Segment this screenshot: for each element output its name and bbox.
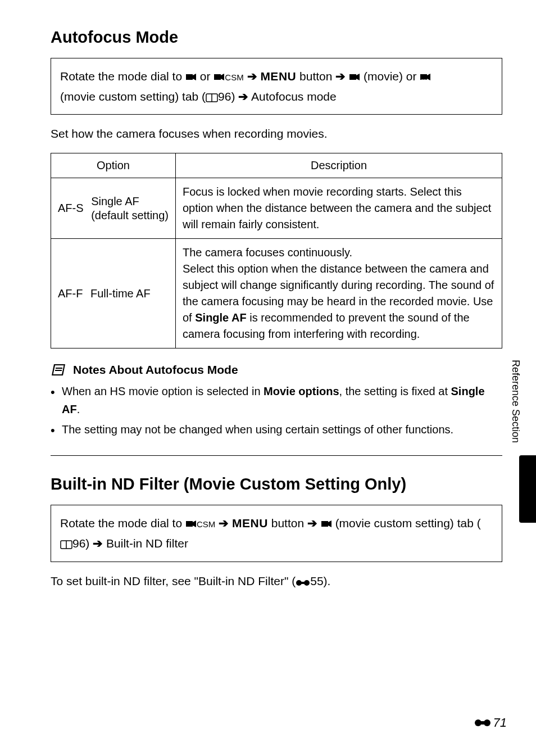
svg-rect-23: [299, 582, 307, 584]
description-cell: Focus is locked when movie recording sta…: [175, 178, 502, 239]
arrow-icon: ➔: [93, 537, 103, 550]
section-title-ndfilter: Built-in ND Filter (Movie Custom Setting…: [51, 475, 502, 494]
note-icon: [51, 363, 66, 377]
notes-heading: Notes About Autofocus Mode: [51, 363, 502, 377]
nav-text: Built-in ND filter: [106, 537, 188, 550]
arrow-icon: ➔: [335, 70, 349, 83]
svg-rect-4: [349, 74, 356, 80]
arrow-icon: ➔: [247, 70, 261, 83]
nav-text: or: [200, 70, 214, 83]
section-divider: [51, 455, 502, 456]
movie-icon: [185, 72, 197, 82]
svg-rect-15: [186, 521, 193, 527]
note-text: When an HS movie option is selected in: [62, 385, 264, 397]
notes-list: When an HS movie option is selected in M…: [51, 382, 502, 438]
page-number-text: 71: [493, 716, 507, 730]
side-tab: [519, 455, 536, 523]
desc-bold: Single AF: [195, 311, 246, 324]
description-cell: The camera focuses continuously. Select …: [175, 239, 502, 348]
movie-icon: [349, 72, 360, 82]
arrow-icon: ➔: [238, 90, 248, 103]
option-label: Full-time AF: [90, 287, 151, 301]
note-text: , the setting is fixed at: [339, 385, 451, 397]
svg-marker-3: [221, 74, 224, 80]
notes-title: Notes About Autofocus Mode: [73, 363, 238, 377]
reference-icon: [296, 579, 310, 587]
svg-marker-1: [193, 74, 196, 80]
nav-text: Autofocus mode: [251, 90, 337, 103]
table-row: AF-S Single AF (default setting) Focus i…: [51, 178, 502, 239]
svg-rect-26: [478, 721, 487, 725]
nav-text: button: [299, 70, 335, 83]
ndfilter-text: To set built-in ND filter, see "Built-in…: [51, 574, 502, 588]
note-bold: Movie options: [264, 385, 339, 397]
movie-csm-icon: [321, 519, 332, 529]
nav-text: (movie custom setting) tab (: [60, 90, 206, 103]
nav-text: (movie) or: [364, 70, 420, 83]
options-table: Option Description AF-S Single AF (defau…: [51, 153, 502, 348]
page-ref: 96): [72, 537, 93, 550]
table-header-row: Option Description: [51, 153, 502, 178]
csm-label: CSM: [197, 519, 215, 529]
arrow-icon: ➔: [219, 517, 232, 529]
nav-text: Rotate the mode dial to: [60, 517, 185, 529]
option-label-line: (default setting): [91, 209, 169, 221]
svg-marker-5: [356, 74, 360, 80]
movie-icon: [185, 519, 197, 529]
list-item: The setting may not be changed when usin…: [51, 420, 502, 438]
side-section-label: Reference Section: [510, 360, 521, 443]
nav-text: (movie custom setting) tab (: [335, 517, 481, 529]
movie-csm-icon: CSM: [420, 72, 431, 82]
note-text: .: [77, 403, 80, 415]
section-title-autofocus: Autofocus Mode: [51, 28, 502, 47]
af-code: AF-S: [58, 202, 84, 215]
page-number: 71: [474, 716, 507, 730]
option-label-line: Single AF: [91, 195, 139, 207]
arrow-icon: ➔: [307, 517, 321, 529]
reference-icon: [474, 718, 491, 727]
list-item: When an HS movie option is selected in M…: [51, 382, 502, 418]
header-option: Option: [51, 153, 176, 178]
option-cell: AF-F Full-time AF: [51, 239, 176, 348]
nav-text: Rotate the mode dial to: [60, 70, 185, 83]
breadcrumb-autofocus: Rotate the mode dial to or CSM ➔ MENU bu…: [51, 58, 502, 115]
svg-marker-16: [193, 520, 196, 527]
para-text: 55).: [310, 574, 330, 587]
para-text: To set built-in ND filter, see "Built-in…: [51, 574, 296, 587]
header-description: Description: [175, 153, 502, 178]
option-cell: AF-S Single AF (default setting): [51, 178, 176, 239]
svg-rect-2: [214, 74, 221, 80]
page-ref: 96): [218, 90, 238, 103]
manual-page: Autofocus Mode Rotate the mode dial to o…: [0, 0, 536, 756]
svg-marker-18: [328, 520, 331, 527]
svg-text:CSM: CSM: [421, 79, 428, 82]
nav-text: button: [271, 517, 307, 529]
intro-text: Set how the camera focuses when recordin…: [51, 127, 502, 141]
menu-label: MENU: [232, 517, 268, 529]
svg-rect-17: [321, 521, 328, 527]
movie-icon: [214, 72, 225, 82]
menu-label: MENU: [260, 70, 296, 83]
page-icon: [206, 92, 218, 102]
svg-rect-0: [186, 74, 193, 80]
csm-label: CSM: [225, 73, 243, 82]
table-row: AF-F Full-time AF The camera focuses con…: [51, 239, 502, 348]
af-code: AF-F: [58, 287, 83, 300]
option-label: Single AF (default setting): [91, 194, 169, 223]
page-icon: [60, 539, 72, 549]
breadcrumb-ndfilter: Rotate the mode dial to CSM ➔ MENU butto…: [51, 505, 502, 562]
